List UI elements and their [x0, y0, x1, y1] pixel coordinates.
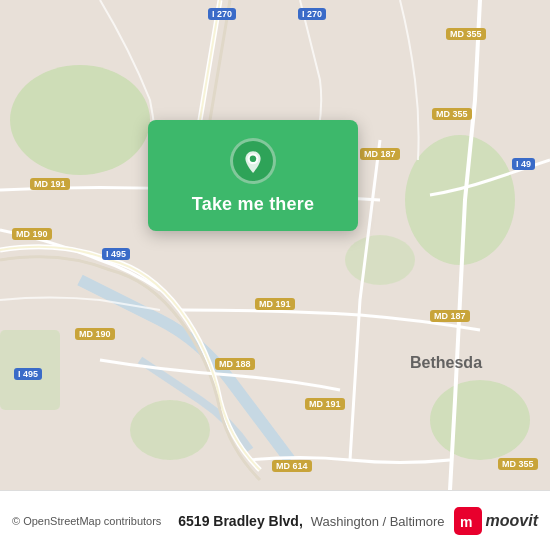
bottom-bar: © OpenStreetMap contributors 6519 Bradle… [0, 490, 550, 550]
svg-point-5 [345, 235, 415, 285]
take-me-there-button[interactable]: Take me there [192, 194, 314, 215]
address-block: 6519 Bradley Blvd, Washington / Baltimor… [169, 513, 453, 529]
svg-text:m: m [460, 514, 472, 530]
moovit-icon: m [454, 507, 482, 535]
svg-point-2 [405, 135, 515, 265]
location-card[interactable]: Take me there [148, 120, 358, 231]
pin-icon [230, 138, 276, 184]
moovit-text: moovit [486, 512, 538, 530]
bethesda-label: Bethesda [410, 354, 482, 371]
map-svg: Bethesda [0, 0, 550, 490]
bottom-info: © OpenStreetMap contributors [12, 515, 161, 527]
svg-point-1 [10, 65, 150, 175]
svg-point-9 [250, 156, 257, 163]
svg-point-3 [430, 380, 530, 460]
svg-rect-6 [0, 330, 60, 410]
osm-copyright: © OpenStreetMap contributors [12, 515, 161, 527]
map-container: Bethesda I 270 I 270 MD 355 MD 355 MD 18… [0, 0, 550, 490]
svg-point-4 [130, 400, 210, 460]
moovit-logo: m moovit [454, 507, 538, 535]
address-label: 6519 Bradley Blvd, Washington / Baltimor… [178, 513, 444, 529]
